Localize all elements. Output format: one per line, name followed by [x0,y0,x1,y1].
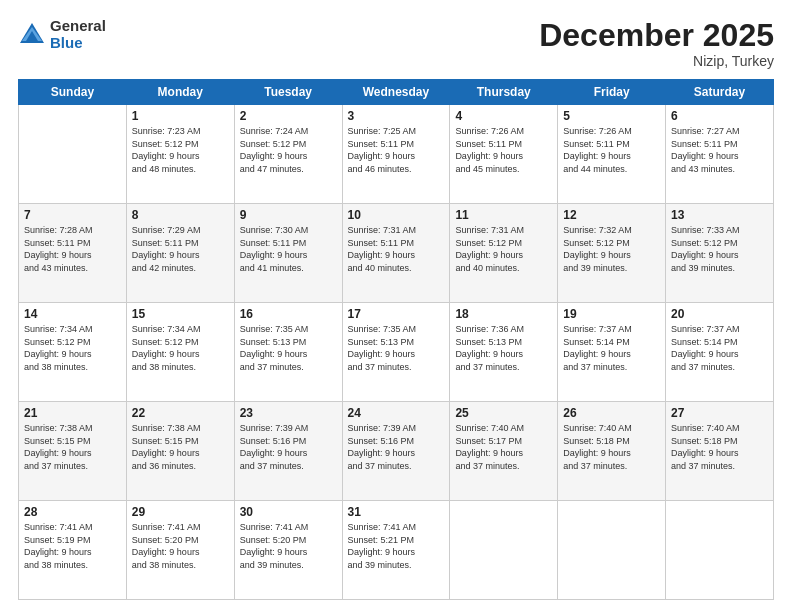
cell-info-26: Sunrise: 7:40 AM Sunset: 5:18 PM Dayligh… [563,422,660,472]
calendar-cell-w3-d3: 24Sunrise: 7:39 AM Sunset: 5:16 PM Dayli… [342,402,450,501]
day-number-3: 3 [348,109,445,123]
cell-info-15: Sunrise: 7:34 AM Sunset: 5:12 PM Dayligh… [132,323,229,373]
day-number-1: 1 [132,109,229,123]
cell-info-22: Sunrise: 7:38 AM Sunset: 5:15 PM Dayligh… [132,422,229,472]
header: General Blue December 2025 Nizip, Turkey [18,18,774,69]
calendar-cell-w4-d5 [558,501,666,600]
day-number-12: 12 [563,208,660,222]
cell-info-2: Sunrise: 7:24 AM Sunset: 5:12 PM Dayligh… [240,125,337,175]
calendar-cell-w1-d2: 9Sunrise: 7:30 AM Sunset: 5:11 PM Daylig… [234,204,342,303]
day-number-19: 19 [563,307,660,321]
calendar-cell-w1-d5: 12Sunrise: 7:32 AM Sunset: 5:12 PM Dayli… [558,204,666,303]
cell-info-9: Sunrise: 7:30 AM Sunset: 5:11 PM Dayligh… [240,224,337,274]
col-sunday: Sunday [19,80,127,105]
cell-info-8: Sunrise: 7:29 AM Sunset: 5:11 PM Dayligh… [132,224,229,274]
cell-info-16: Sunrise: 7:35 AM Sunset: 5:13 PM Dayligh… [240,323,337,373]
cell-info-7: Sunrise: 7:28 AM Sunset: 5:11 PM Dayligh… [24,224,121,274]
calendar-cell-w3-d1: 22Sunrise: 7:38 AM Sunset: 5:15 PM Dayli… [126,402,234,501]
calendar-cell-w1-d1: 8Sunrise: 7:29 AM Sunset: 5:11 PM Daylig… [126,204,234,303]
logo-icon [18,21,46,49]
day-number-4: 4 [455,109,552,123]
day-number-15: 15 [132,307,229,321]
cell-info-19: Sunrise: 7:37 AM Sunset: 5:14 PM Dayligh… [563,323,660,373]
calendar-cell-w3-d5: 26Sunrise: 7:40 AM Sunset: 5:18 PM Dayli… [558,402,666,501]
cell-info-29: Sunrise: 7:41 AM Sunset: 5:20 PM Dayligh… [132,521,229,571]
calendar-cell-w2-d2: 16Sunrise: 7:35 AM Sunset: 5:13 PM Dayli… [234,303,342,402]
page: General Blue December 2025 Nizip, Turkey… [0,0,792,612]
calendar-cell-w2-d3: 17Sunrise: 7:35 AM Sunset: 5:13 PM Dayli… [342,303,450,402]
day-number-22: 22 [132,406,229,420]
cell-info-11: Sunrise: 7:31 AM Sunset: 5:12 PM Dayligh… [455,224,552,274]
cell-info-24: Sunrise: 7:39 AM Sunset: 5:16 PM Dayligh… [348,422,445,472]
cell-info-27: Sunrise: 7:40 AM Sunset: 5:18 PM Dayligh… [671,422,768,472]
day-number-8: 8 [132,208,229,222]
day-number-23: 23 [240,406,337,420]
cell-info-12: Sunrise: 7:32 AM Sunset: 5:12 PM Dayligh… [563,224,660,274]
calendar-table: Sunday Monday Tuesday Wednesday Thursday… [18,79,774,600]
calendar-header-row: Sunday Monday Tuesday Wednesday Thursday… [19,80,774,105]
cell-info-5: Sunrise: 7:26 AM Sunset: 5:11 PM Dayligh… [563,125,660,175]
day-number-31: 31 [348,505,445,519]
calendar-cell-w0-d3: 3Sunrise: 7:25 AM Sunset: 5:11 PM Daylig… [342,105,450,204]
week-row-4: 28Sunrise: 7:41 AM Sunset: 5:19 PM Dayli… [19,501,774,600]
cell-info-30: Sunrise: 7:41 AM Sunset: 5:20 PM Dayligh… [240,521,337,571]
calendar-cell-w3-d0: 21Sunrise: 7:38 AM Sunset: 5:15 PM Dayli… [19,402,127,501]
calendar-cell-w1-d3: 10Sunrise: 7:31 AM Sunset: 5:11 PM Dayli… [342,204,450,303]
title-month: December 2025 [539,18,774,53]
calendar-cell-w0-d0 [19,105,127,204]
day-number-2: 2 [240,109,337,123]
day-number-28: 28 [24,505,121,519]
day-number-24: 24 [348,406,445,420]
day-number-7: 7 [24,208,121,222]
cell-info-1: Sunrise: 7:23 AM Sunset: 5:12 PM Dayligh… [132,125,229,175]
day-number-5: 5 [563,109,660,123]
calendar-cell-w3-d4: 25Sunrise: 7:40 AM Sunset: 5:17 PM Dayli… [450,402,558,501]
col-thursday: Thursday [450,80,558,105]
col-wednesday: Wednesday [342,80,450,105]
calendar-cell-w4-d1: 29Sunrise: 7:41 AM Sunset: 5:20 PM Dayli… [126,501,234,600]
calendar-cell-w0-d5: 5Sunrise: 7:26 AM Sunset: 5:11 PM Daylig… [558,105,666,204]
cell-info-25: Sunrise: 7:40 AM Sunset: 5:17 PM Dayligh… [455,422,552,472]
cell-info-10: Sunrise: 7:31 AM Sunset: 5:11 PM Dayligh… [348,224,445,274]
logo-blue-text: Blue [50,35,106,52]
day-number-27: 27 [671,406,768,420]
cell-info-4: Sunrise: 7:26 AM Sunset: 5:11 PM Dayligh… [455,125,552,175]
day-number-9: 9 [240,208,337,222]
cell-info-13: Sunrise: 7:33 AM Sunset: 5:12 PM Dayligh… [671,224,768,274]
calendar-cell-w0-d6: 6Sunrise: 7:27 AM Sunset: 5:11 PM Daylig… [666,105,774,204]
day-number-21: 21 [24,406,121,420]
cell-info-28: Sunrise: 7:41 AM Sunset: 5:19 PM Dayligh… [24,521,121,571]
day-number-30: 30 [240,505,337,519]
day-number-20: 20 [671,307,768,321]
logo-general-text: General [50,18,106,35]
calendar-cell-w4-d4 [450,501,558,600]
cell-info-6: Sunrise: 7:27 AM Sunset: 5:11 PM Dayligh… [671,125,768,175]
calendar-cell-w2-d5: 19Sunrise: 7:37 AM Sunset: 5:14 PM Dayli… [558,303,666,402]
calendar-cell-w1-d6: 13Sunrise: 7:33 AM Sunset: 5:12 PM Dayli… [666,204,774,303]
cell-info-14: Sunrise: 7:34 AM Sunset: 5:12 PM Dayligh… [24,323,121,373]
day-number-13: 13 [671,208,768,222]
cell-info-31: Sunrise: 7:41 AM Sunset: 5:21 PM Dayligh… [348,521,445,571]
calendar-cell-w4-d2: 30Sunrise: 7:41 AM Sunset: 5:20 PM Dayli… [234,501,342,600]
col-monday: Monday [126,80,234,105]
col-friday: Friday [558,80,666,105]
day-number-18: 18 [455,307,552,321]
day-number-17: 17 [348,307,445,321]
title-block: December 2025 Nizip, Turkey [539,18,774,69]
calendar-cell-w1-d0: 7Sunrise: 7:28 AM Sunset: 5:11 PM Daylig… [19,204,127,303]
col-saturday: Saturday [666,80,774,105]
day-number-26: 26 [563,406,660,420]
calendar-cell-w4-d0: 28Sunrise: 7:41 AM Sunset: 5:19 PM Dayli… [19,501,127,600]
calendar-cell-w0-d4: 4Sunrise: 7:26 AM Sunset: 5:11 PM Daylig… [450,105,558,204]
day-number-10: 10 [348,208,445,222]
week-row-1: 7Sunrise: 7:28 AM Sunset: 5:11 PM Daylig… [19,204,774,303]
week-row-2: 14Sunrise: 7:34 AM Sunset: 5:12 PM Dayli… [19,303,774,402]
calendar-cell-w0-d2: 2Sunrise: 7:24 AM Sunset: 5:12 PM Daylig… [234,105,342,204]
cell-info-21: Sunrise: 7:38 AM Sunset: 5:15 PM Dayligh… [24,422,121,472]
calendar-cell-w4-d6 [666,501,774,600]
day-number-29: 29 [132,505,229,519]
calendar-cell-w2-d6: 20Sunrise: 7:37 AM Sunset: 5:14 PM Dayli… [666,303,774,402]
calendar-cell-w3-d2: 23Sunrise: 7:39 AM Sunset: 5:16 PM Dayli… [234,402,342,501]
cell-info-3: Sunrise: 7:25 AM Sunset: 5:11 PM Dayligh… [348,125,445,175]
calendar-cell-w3-d6: 27Sunrise: 7:40 AM Sunset: 5:18 PM Dayli… [666,402,774,501]
